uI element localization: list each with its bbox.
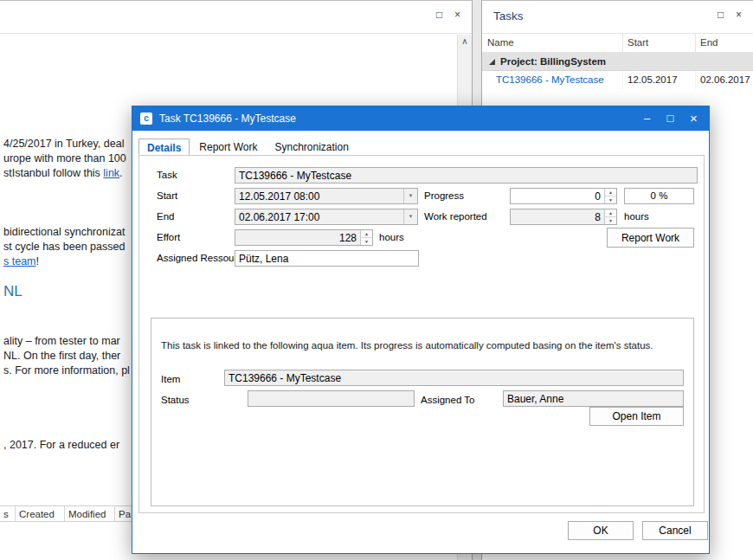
text-line: st cycle has been passed [3, 241, 125, 253]
app-icon: c [140, 113, 152, 125]
close-icon[interactable]: × [682, 106, 705, 131]
progress-value: 0 [511, 189, 604, 203]
progress-label: Progress [424, 190, 464, 201]
spin-buttons: ▲ ▼ [360, 230, 372, 245]
task-link[interactable]: TC139666 - MyTestcase [496, 74, 604, 85]
column-header-end[interactable]: End [696, 34, 753, 52]
maximize-icon[interactable]: □ [659, 106, 682, 131]
effort-spinner[interactable]: 128 ▲ ▼ [235, 229, 373, 246]
dropdown-arrow-icon[interactable]: ▼ [403, 209, 417, 224]
task-row[interactable]: TC139666 - MyTestcase 12.05.2017 02.06.2… [482, 71, 753, 89]
tasks-titlebar[interactable]: Tasks □ × [482, 1, 753, 34]
task-name-cell: TC139666 - MyTestcase [482, 71, 623, 89]
group-label: Project: BillingSystem [500, 56, 606, 67]
start-value: 12.05.2017 08:00 [235, 189, 403, 203]
dialog-titlebar[interactable]: c Task TC139666 - MyTestcase – □ × [132, 106, 709, 131]
spin-up-icon[interactable]: ▲ [361, 230, 372, 238]
maximize-icon[interactable]: □ [432, 8, 447, 23]
text-fragment: ! [36, 255, 39, 267]
text-line: 4/25/2017 in Turkey, deal [3, 138, 124, 150]
end-datepicker[interactable]: 02.06.2017 17:00 ▼ [235, 209, 418, 225]
tasks-column-headers: Name Start End [482, 34, 753, 53]
tab-details[interactable]: Details [138, 138, 190, 155]
dialog-tabs: Details Report Work Synchronization [138, 138, 358, 155]
item-field[interactable]: TC139666 - MyTestcase [224, 370, 684, 386]
spin-up-icon[interactable]: ▲ [605, 189, 616, 196]
column-header[interactable]: s [0, 506, 16, 521]
group-row[interactable]: Project: BillingSystem [482, 53, 753, 71]
work-reported-value: 8 [511, 209, 604, 224]
close-icon[interactable]: × [450, 8, 465, 23]
column-header-name[interactable]: Name [482, 34, 623, 52]
text-fragment: . [119, 167, 122, 179]
text-line: ality – from tester to mar [3, 335, 120, 347]
progress-percent-box: 0 % [624, 188, 694, 204]
status-label: Status [161, 395, 190, 405]
text-fragment: stIstanbul follow this [3, 167, 103, 179]
assigned-resource-field[interactable]: Pütz, Lena [235, 250, 419, 267]
spin-down-icon[interactable]: ▼ [605, 196, 616, 203]
work-reported-label: Work reported [424, 211, 487, 222]
tasks-title: Tasks [493, 10, 524, 23]
status-field[interactable] [248, 390, 415, 407]
assigned-to-value: Bauer, Anne [504, 393, 567, 405]
window-controls: □ × [432, 8, 465, 23]
text-line: s. For more information, pl [3, 364, 130, 377]
close-icon[interactable]: × [731, 8, 746, 23]
hyperlink[interactable]: s team [3, 255, 36, 267]
end-value: 02.06.2017 17:00 [235, 209, 403, 224]
progress-spinner[interactable]: 0 ▲ ▼ [510, 188, 617, 204]
text-line: s team! [3, 255, 39, 267]
end-label: End [157, 211, 174, 222]
task-dialog: c Task TC139666 - MyTestcase – □ × Detai… [132, 106, 710, 554]
assigned-resource-value: Pütz, Lena [235, 253, 292, 265]
effort-unit: hours [379, 232, 404, 242]
minimize-icon[interactable]: – [635, 106, 659, 131]
group-expand-icon[interactable] [489, 59, 495, 65]
effort-label: Effort [157, 232, 180, 242]
column-header[interactable]: Created [16, 506, 65, 521]
task-start-cell: 12.05.2017 [623, 71, 696, 89]
item-label: Item [161, 374, 180, 384]
effort-value: 128 [235, 230, 360, 245]
text-line: , 2017. For a reduced er [3, 439, 119, 451]
heading: NL [3, 283, 23, 300]
window-controls: □ × [713, 8, 746, 23]
task-value: TC139666 - MyTestcase [235, 170, 355, 182]
start-datepicker[interactable]: 12.05.2017 08:00 ▼ [235, 188, 418, 204]
spin-down-icon[interactable]: ▼ [605, 217, 616, 224]
spin-buttons: ▲ ▼ [604, 189, 616, 203]
cancel-button[interactable]: Cancel [642, 521, 708, 540]
item-value: TC139666 - MyTestcase [225, 372, 344, 384]
background-window-titlebar[interactable]: □ × [0, 1, 472, 34]
maximize-icon[interactable]: □ [713, 8, 728, 23]
text-line: urope with more than 100 [3, 152, 126, 164]
tab-synchronization[interactable]: Synchronization [267, 138, 357, 155]
assigned-to-field[interactable]: Bauer, Anne [503, 390, 684, 407]
task-end-cell: 02.06.2017 [696, 71, 753, 89]
spin-up-icon[interactable]: ▲ [605, 209, 616, 217]
open-item-button[interactable]: Open Item [589, 407, 684, 426]
task-field[interactable]: TC139666 - MyTestcase [235, 167, 698, 183]
report-work-button[interactable]: Report Work [607, 228, 694, 248]
hyperlink[interactable]: link [103, 167, 119, 179]
spin-down-icon[interactable]: ▼ [361, 238, 372, 245]
desktop: □ × 4/25/2017 in Turkey, deal urope with… [0, 0, 753, 560]
work-reported-unit: hours [624, 211, 649, 222]
ok-button[interactable]: OK [568, 521, 634, 540]
text-line: stIstanbul follow this link. [3, 167, 123, 179]
dropdown-arrow-icon[interactable]: ▼ [403, 189, 417, 203]
work-reported-spinner[interactable]: 8 ▲ ▼ [510, 209, 617, 225]
linked-item-note: This task is linked to the following aqu… [161, 340, 653, 351]
column-header-start[interactable]: Start [623, 34, 696, 52]
text-line: bidirectional synchronizat [3, 226, 125, 238]
dialog-title: Task TC139666 - MyTestcase [159, 113, 296, 125]
tab-report-work[interactable]: Report Work [191, 138, 265, 155]
window-controls: – □ × [635, 106, 705, 131]
spin-buttons: ▲ ▼ [604, 209, 616, 224]
column-header[interactable]: Modified [65, 506, 115, 521]
scroll-up-icon[interactable]: ∧ [458, 35, 472, 50]
task-label: Task [157, 170, 177, 180]
text-line: NL. On the first day, ther [3, 350, 120, 362]
start-label: Start [157, 190, 177, 201]
